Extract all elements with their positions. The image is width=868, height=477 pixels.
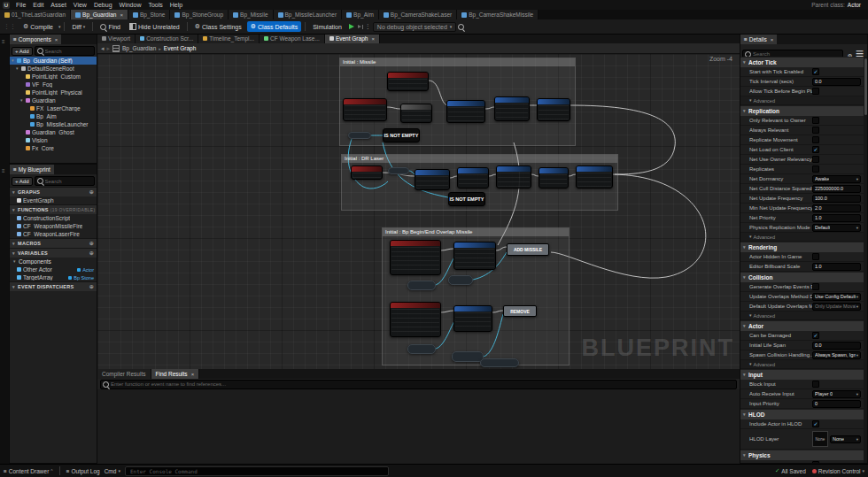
asset-tab-bp-guardian[interactable]: Bp_Guardian <box>71 10 128 19</box>
mb-section-macros[interactable]: MACROS <box>10 238 97 248</box>
checkbox[interactable] <box>812 146 819 153</box>
remove-macro-node[interactable]: REMOVE <box>503 305 537 317</box>
component-row-pointlight-physical[interactable]: PointLight_Physical <box>10 88 97 96</box>
dropdown[interactable]: Only Update Movable <box>812 303 861 311</box>
event-graph-canvas[interactable]: Initial : Missile Initial : DR Laser Ini… <box>97 54 740 369</box>
asset-tab-bp-camerashakelaser[interactable]: Bp_CameraShakeLaser <box>379 10 457 19</box>
mb-item-components[interactable]: Components <box>10 258 97 265</box>
panel-menu-icon[interactable] <box>2 168 5 173</box>
details-advanced-expander[interactable]: Advanced <box>740 233 864 242</box>
checkbox[interactable] <box>812 117 819 124</box>
pure-node[interactable] <box>388 167 409 174</box>
parent-class-value[interactable]: Actor <box>848 2 861 8</box>
pure-node[interactable] <box>407 344 436 354</box>
details-advanced-expander[interactable]: Advanced <box>740 312 864 320</box>
diff-button[interactable]: Diff <box>68 22 89 32</box>
pure-node[interactable] <box>448 275 473 285</box>
menu-asset[interactable]: Asset <box>47 0 70 10</box>
checkbox[interactable] <box>812 136 819 143</box>
drag-handle-icon[interactable]: ⋮⋮ <box>4 23 16 30</box>
details-section-replication[interactable]: Replication <box>740 105 864 116</box>
function-node[interactable] <box>453 305 492 332</box>
breadcrumb-current[interactable]: Event Graph <box>164 45 197 51</box>
menu-debug[interactable]: Debug <box>90 0 116 10</box>
comment-title[interactable]: Initial : DR Laser <box>342 155 617 163</box>
add-missile-macro-node[interactable]: ADD MISSILE <box>507 243 549 256</box>
details-tab[interactable]: Details <box>740 35 777 44</box>
function-node[interactable] <box>446 100 485 123</box>
hide-unrelated-button[interactable]: Hide Unrelated <box>126 21 183 32</box>
class-defaults-button[interactable]: Class Defaults <box>247 21 301 32</box>
save-status[interactable]: All Saved <box>775 467 806 474</box>
component-row-guardian[interactable]: Guardian <box>10 96 97 104</box>
component-row-bp-guardian-self[interactable]: Bp_Guardian (Self) <box>10 57 97 65</box>
details-advanced-expander[interactable]: Advanced <box>740 360 864 369</box>
compile-options-caret-icon[interactable] <box>58 25 61 29</box>
my-blueprint-tab[interactable]: My Blueprint <box>10 165 54 174</box>
class-settings-button[interactable]: Class Settings <box>191 21 245 32</box>
component-row-bp-missilelauncher[interactable]: Bp_MissileLauncher <box>10 120 97 128</box>
component-row-bp-aim[interactable]: Bp_Aim <box>10 112 97 120</box>
graph-tab-cf-weapon-lase[interactable]: CF Weapon Lase... <box>260 34 325 43</box>
event-node[interactable] <box>343 98 387 121</box>
checkbox[interactable] <box>812 165 819 173</box>
checkbox[interactable] <box>812 381 819 388</box>
mb-item-cf-weaponmissilefire[interactable]: CF_WeaponMissileFire <box>10 222 97 230</box>
value-field[interactable]: 0.0 <box>812 342 861 350</box>
asset-tab-bp-stonegroup[interactable]: Bp_StoneGroup <box>170 10 229 19</box>
details-advanced-expander[interactable]: Advanced <box>740 96 864 105</box>
pure-node[interactable] <box>407 281 436 290</box>
menu-help[interactable]: Help <box>167 0 186 10</box>
comment-title[interactable]: Initial : Bp Begin/End Overlap Missile <box>383 228 569 236</box>
debug-filter-icon[interactable] <box>458 24 464 30</box>
panel-menu-icon[interactable] <box>2 39 5 44</box>
dropdown[interactable]: Player 0 <box>812 390 861 398</box>
comment-title[interactable]: Initial : Missile <box>340 58 575 66</box>
details-section-collision[interactable]: Collision <box>740 272 864 282</box>
asset-tab-bp-aim[interactable]: Bp_Aim <box>342 10 379 19</box>
function-node[interactable] <box>415 169 450 190</box>
menu-tools[interactable]: Tools <box>144 0 166 10</box>
find-tab-compiler-results[interactable]: Compiler Results <box>97 369 151 379</box>
mb-section-functions[interactable]: FUNCTIONS(19 OVERRIDABLE) <box>10 204 97 214</box>
frame-skip-button[interactable] <box>358 25 363 29</box>
forward-arrow-icon[interactable]: ▸ <box>107 45 111 51</box>
menu-file[interactable]: File <box>12 0 29 10</box>
value-field[interactable]: 0 <box>812 400 861 408</box>
dropdown[interactable]: Always Spawn, Ignore C... <box>812 351 861 359</box>
mb-section-variables[interactable]: VARIABLES <box>10 248 97 258</box>
find-button[interactable]: Find <box>97 22 124 32</box>
function-node[interactable] <box>453 242 496 270</box>
add-icon[interactable] <box>89 241 94 246</box>
component-row-fx-lasercharge[interactable]: FX_LaserCharge <box>10 104 97 112</box>
begin-overlap-event-node[interactable] <box>390 240 441 275</box>
pure-node[interactable] <box>348 132 371 139</box>
is-not-empty-node[interactable]: IS NOT EMPTY <box>383 128 420 142</box>
value-field[interactable]: 0.0 <box>812 78 861 86</box>
mb-item-constructionscript[interactable]: ConstructionScript <box>10 214 97 222</box>
details-section-physics[interactable]: Physics <box>740 450 864 460</box>
close-icon[interactable] <box>771 37 774 42</box>
checkbox[interactable] <box>812 283 819 290</box>
asset-dropdown[interactable]: None <box>830 435 861 443</box>
checkbox[interactable] <box>812 332 819 339</box>
play-button[interactable] <box>349 24 354 29</box>
checkbox[interactable] <box>812 156 819 163</box>
play-options-icon[interactable] <box>365 23 371 30</box>
simulation-button[interactable]: Simulation <box>309 22 345 32</box>
value-field[interactable]: 2.0 <box>812 204 861 212</box>
value-field[interactable]: 1.0 <box>812 263 861 271</box>
output-log-button[interactable]: Output Log <box>66 468 100 474</box>
expander-icon[interactable] <box>12 58 15 63</box>
add-icon[interactable] <box>89 189 94 195</box>
add-icon[interactable] <box>89 284 94 289</box>
details-section-input[interactable]: Input <box>740 369 864 380</box>
find-results-area[interactable] <box>97 389 740 464</box>
pure-node[interactable] <box>480 358 519 367</box>
content-drawer-button[interactable]: Content Drawer ^ <box>4 468 53 474</box>
my-blueprint-search-input[interactable] <box>45 179 92 184</box>
event-node[interactable] <box>387 72 429 91</box>
dropdown[interactable]: Use Config Default <box>812 293 861 301</box>
menu-edit[interactable]: Edit <box>29 0 47 10</box>
asset-tab-bp-missile[interactable]: Bp_Missile <box>229 10 273 19</box>
